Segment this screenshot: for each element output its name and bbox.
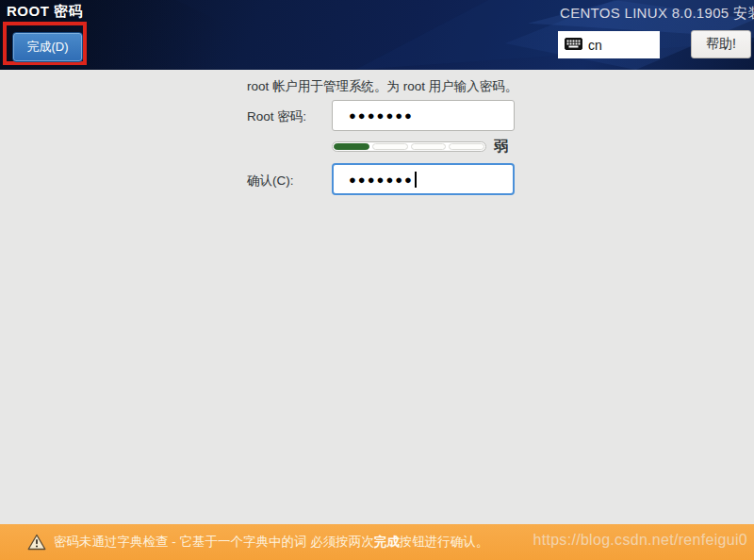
keyboard-layout-indicator[interactable]: cn — [558, 31, 660, 58]
strength-segment-filled — [334, 143, 369, 150]
help-button[interactable]: 帮助! — [691, 30, 751, 58]
warning-message: 密码未通过字典检查 - 它基于一个字典中的词 必须按两次完成按钮进行确认。 — [54, 524, 488, 560]
header-bar: ROOT 密码 完成(D) CENTOS LINUX 8.0.1905 安装 — [0, 0, 754, 70]
strength-segment — [372, 143, 408, 150]
installer-window: ROOT 密码 完成(D) CENTOS LINUX 8.0.1905 安装 — [0, 0, 754, 560]
page-title: ROOT 密码 — [7, 3, 83, 21]
warning-message-bold: 完成 — [374, 534, 400, 551]
password-strength-meter — [332, 141, 486, 152]
keyboard-layout-code: cn — [588, 38, 602, 53]
strength-segment — [449, 143, 484, 150]
text-cursor — [415, 172, 417, 188]
confirm-password-label: 确认(C): — [247, 173, 294, 189]
annotation-highlight-box: 完成(D) — [3, 22, 87, 65]
warning-triangle-icon — [27, 534, 46, 551]
installer-app-title: CENTOS LINUX 8.0.1905 安装 — [560, 5, 754, 23]
root-password-input[interactable]: ●●●●●●● — [332, 100, 515, 131]
root-password-description: root 帐户用于管理系统。为 root 用户输入密码。 — [247, 78, 517, 95]
root-password-label: Root 密码: — [247, 108, 306, 125]
done-button[interactable]: 完成(D) — [12, 32, 83, 62]
password-strength-label: 弱 — [494, 138, 508, 156]
confirm-password-input[interactable]: ●●●●●●● — [332, 163, 515, 195]
strength-segment — [411, 143, 447, 150]
warning-status-bar: 密码未通过字典检查 - 它基于一个字典中的词 必须按两次完成按钮进行确认。 ht… — [0, 524, 754, 560]
masked-confirm-value: ●●●●●●● — [349, 173, 414, 187]
keyboard-icon — [565, 37, 582, 54]
warning-message-prefix: 密码未通过字典检查 - 它基于一个字典中的词 必须按两次 — [54, 534, 374, 551]
masked-password-value: ●●●●●●● — [349, 108, 414, 123]
warning-message-suffix: 按钮进行确认。 — [400, 534, 489, 551]
watermark-url: https://blog.csdn.net/renfeigui0 — [533, 532, 747, 549]
